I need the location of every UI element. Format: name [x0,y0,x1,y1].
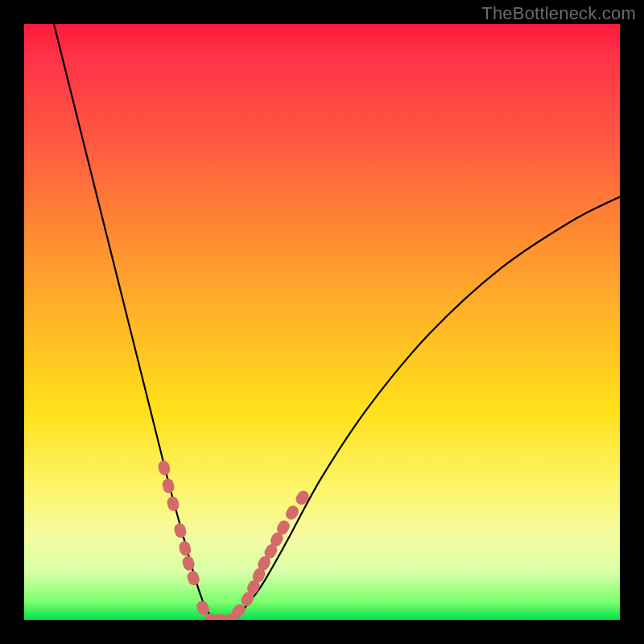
chart-frame: TheBottleneck.com [0,0,644,644]
chart-svg [24,24,620,620]
highlighted-point [181,555,196,572]
highlighted-point [186,569,201,586]
highlighted-point [161,477,175,494]
highlighted-point [166,495,180,512]
highlighted-point [173,522,188,539]
highlighted-point [157,460,171,477]
highlighted-point [178,540,192,557]
watermark-label: TheBottleneck.com [481,3,636,24]
highlighted-point [294,489,312,507]
plot-area [24,24,620,620]
bottleneck-curve [54,24,620,620]
